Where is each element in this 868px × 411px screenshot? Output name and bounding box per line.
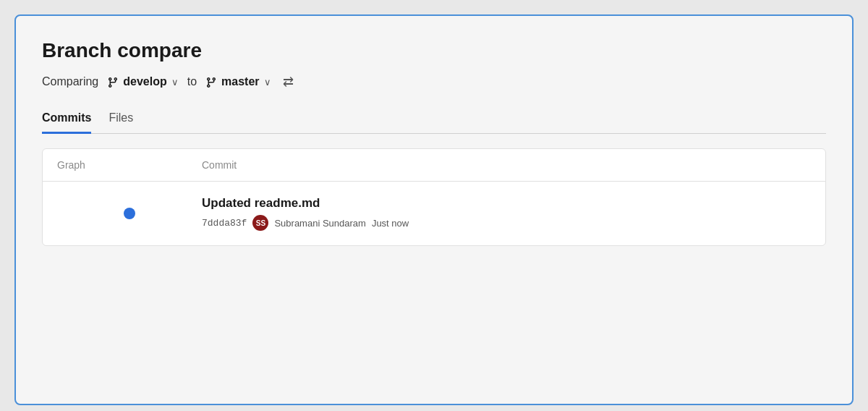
to-branch-chevron-icon: ∨ (264, 77, 271, 88)
from-branch-label: develop (123, 75, 166, 88)
commit-dot (124, 208, 135, 219)
tab-files[interactable]: Files (109, 111, 133, 134)
avatar: SS (252, 215, 268, 231)
commit-column-header: Commit (202, 159, 811, 171)
to-label: to (187, 75, 197, 88)
commit-cell: Updated readme.md 7ddda83f SS Subramani … (202, 196, 811, 231)
to-branch-button[interactable]: master ∨ (205, 75, 271, 88)
tab-commits[interactable]: Commits (42, 111, 91, 134)
page-container: Branch compare Comparing develop ∨ to ma… (14, 14, 854, 405)
comparing-label: Comparing (42, 75, 98, 88)
from-branch-chevron-icon: ∨ (171, 77, 179, 88)
commit-hash: 7ddda83f (202, 218, 247, 229)
table-header: Graph Commit (43, 149, 825, 182)
commit-author: Subramani Sundaram (274, 218, 365, 229)
commit-time: Just now (372, 218, 409, 229)
git-branch-icon-to (205, 75, 217, 88)
table-row: Updated readme.md 7ddda83f SS Subramani … (43, 182, 825, 245)
tabs-row: Commits Files (42, 111, 826, 134)
page-title: Branch compare (42, 39, 826, 62)
comparing-row: Comparing develop ∨ to master ∨ ⇄ (42, 72, 826, 91)
swap-branches-button[interactable]: ⇄ (280, 72, 297, 91)
from-branch-button[interactable]: develop ∨ (107, 75, 178, 88)
commits-table: Graph Commit Updated readme.md 7ddda83f … (42, 148, 826, 246)
commit-title: Updated readme.md (202, 196, 811, 211)
commit-meta: 7ddda83f SS Subramani Sundaram Just now (202, 215, 811, 231)
graph-column-header: Graph (57, 159, 202, 171)
to-branch-label: master (221, 75, 259, 88)
git-branch-icon-from (107, 75, 119, 88)
graph-cell (57, 208, 202, 219)
